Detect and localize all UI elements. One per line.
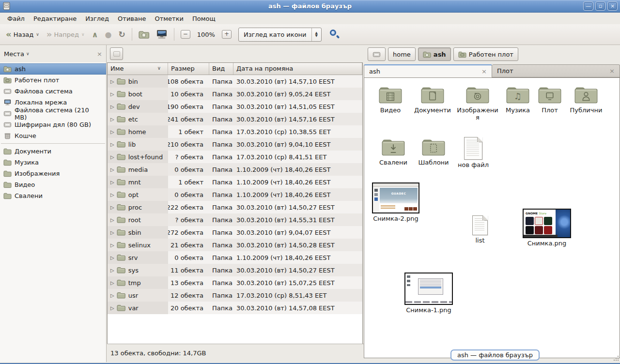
tab-ash[interactable]: ash× (364, 64, 492, 77)
expander-icon[interactable]: ▷ (110, 117, 114, 122)
breadcrumb-home[interactable]: home (388, 47, 416, 61)
icon-item-templates[interactable]: Шаблони (415, 137, 452, 166)
back-dropdown-icon[interactable]: ∨ (35, 32, 40, 37)
expander-icon[interactable]: ▷ (110, 104, 114, 109)
table-row[interactable]: ▷tmp13 обектаПапка30.03.2010 (вт) 15,07,… (108, 276, 362, 289)
resize-grip[interactable] (613, 355, 619, 361)
table-row[interactable]: ▷root? обектаПапка30.03.2010 (вт) 14,55,… (108, 213, 362, 226)
sidebar-item-documents[interactable]: Документи (0, 146, 106, 157)
places-close-button[interactable]: × (97, 50, 102, 58)
icon-item-snimka1[interactable]: Снимка-1.png (401, 273, 456, 314)
expander-icon[interactable]: ▷ (110, 255, 114, 260)
expander-icon[interactable]: ▷ (110, 268, 114, 273)
icon-item-newfile[interactable]: нов файл (454, 137, 492, 168)
menu-item-1[interactable]: Редактиране (29, 14, 81, 23)
location-toggle-button[interactable] (110, 47, 123, 60)
icon-item-downloads[interactable]: Свалени (376, 137, 411, 166)
sidebar-item-filesystem[interactable]: Файлова система (0, 86, 106, 97)
expander-icon[interactable]: ▷ (110, 305, 114, 311)
sidebar-item-downloads[interactable]: Свалени (0, 190, 106, 201)
computer-button[interactable] (153, 27, 170, 42)
expander-icon[interactable]: ▷ (110, 293, 114, 298)
expander-icon[interactable]: ▷ (110, 79, 114, 84)
icon-item-music[interactable]: ♫Музика (502, 85, 534, 114)
table-row[interactable]: ▷proc222 обектаПапка30.03.2010 (вт) 14,5… (108, 201, 362, 213)
expander-icon[interactable]: ▷ (110, 91, 114, 97)
icon-item-plot[interactable]: Плот (536, 85, 564, 114)
icon-item-public[interactable]: Публични (567, 85, 605, 114)
table-row[interactable]: ▷sbin272 обектаПапка30.03.2010 (вт) 9,04… (108, 226, 362, 239)
sidebar-item-images[interactable]: Изображения (0, 168, 106, 179)
go-up-button[interactable]: ∧ (89, 28, 101, 42)
table-row[interactable]: ▷usr12 обектаПапка17.03.2010 (ср) 8,51,4… (108, 289, 362, 302)
expander-icon[interactable]: ▷ (110, 230, 114, 235)
search-button[interactable] (323, 27, 343, 42)
home-button[interactable] (136, 28, 152, 41)
expander-icon[interactable]: ▷ (110, 243, 114, 248)
zoom-out-button[interactable]: − (178, 28, 193, 41)
column-header-date[interactable]: Дата на промяна (233, 63, 362, 75)
menu-item-4[interactable]: Отметки (150, 14, 187, 23)
sidebar-item-video[interactable]: Видео (0, 179, 106, 190)
table-row[interactable]: ▷etc241 обектаПапка30.03.2010 (вт) 14,57… (108, 113, 362, 125)
expander-icon[interactable]: ▷ (110, 129, 114, 135)
menu-item-5[interactable]: Помощ (188, 14, 220, 23)
table-row[interactable]: ▷lost+found? обектаПапка17.03.2010 (ср) … (108, 151, 362, 163)
expander-icon[interactable]: ▷ (110, 192, 114, 197)
icon-item-snimka[interactable]: GNOME StoreСнимка.png (519, 209, 574, 247)
tab-plot[interactable]: Плот× (492, 64, 620, 77)
breadcrumb-root-drive[interactable] (368, 47, 386, 61)
sidebar-item-filesystem-210[interactable]: Файлова система (210 MB) (0, 108, 106, 119)
table-row[interactable]: ▷home1 обектПапка17.03.2010 (ср) 10,38,5… (108, 125, 362, 138)
table-row[interactable]: ▷bin108 обектаПапка30.03.2010 (вт) 14,57… (108, 75, 362, 88)
table-row[interactable]: ▷srv0 обектаПапка1.10.2009 (чт) 18,40,26… (108, 251, 362, 264)
table-row[interactable]: ▷lib210 обектаПапка30.03.2010 (вт) 9,04,… (108, 138, 362, 151)
expander-icon[interactable]: ▷ (110, 167, 114, 172)
forward-button[interactable]: » Напред ∨ (44, 28, 88, 41)
table-row[interactable]: ▷media0 обектаПапка1.10.2009 (чт) 18,40,… (108, 163, 362, 176)
table-row[interactable]: ▷sys11 обектаПапка30.03.2010 (вт) 14,50,… (108, 264, 362, 276)
table-row[interactable]: ▷selinux21 обектаПапка30.03.2010 (вт) 14… (108, 239, 362, 251)
close-button[interactable]: × (607, 1, 618, 11)
icon-item-images[interactable]: Изображения (455, 85, 500, 121)
breadcrumb-desktop[interactable]: Работен плот (453, 47, 518, 61)
breadcrumb-ash[interactable]: ash (418, 47, 451, 61)
places-chevron-icon[interactable]: ∨ (26, 51, 30, 56)
menu-item-3[interactable]: Отиване (113, 14, 150, 23)
table-row[interactable]: ▷dev190 обектаПапка30.03.2010 (вт) 14,51… (108, 100, 362, 113)
row-date: 1.10.2009 (чт) 18,40,26 EEST (233, 188, 362, 201)
view-mode-select[interactable]: Изглед като икони ▲▼ (238, 28, 322, 42)
column-header-name[interactable]: Име∨ (108, 63, 168, 75)
maximize-button[interactable]: ▫ (595, 1, 605, 11)
column-header-type[interactable]: Вид (209, 63, 233, 75)
expander-icon[interactable]: ▷ (110, 280, 114, 286)
expander-icon[interactable]: ▷ (110, 205, 114, 210)
icon-item-video[interactable]: Видео (373, 85, 408, 114)
icon-item-docs[interactable]: Документи (412, 85, 453, 114)
reload-button[interactable]: ↻ (116, 27, 128, 42)
sidebar-item-desktop[interactable]: Работен плот (0, 75, 106, 86)
sidebar-item-music[interactable]: Музика (0, 157, 106, 168)
expander-icon[interactable]: ▷ (110, 154, 114, 160)
expander-icon[interactable]: ▷ (110, 217, 114, 223)
menu-item-2[interactable]: Изглед (81, 14, 113, 23)
icon-item-snimka2[interactable]: GUADECСнимка-2.png (370, 182, 421, 222)
table-row[interactable]: ▷boot10 обектаПапка30.03.2010 (вт) 9,05,… (108, 88, 362, 100)
tab-close-icon[interactable]: × (609, 67, 615, 75)
back-button[interactable]: « Назад ∨ (3, 28, 43, 41)
column-header-size[interactable]: Размер (168, 63, 209, 75)
minimize-button[interactable]: — (583, 1, 593, 11)
table-row[interactable]: ▷opt0 обектаПапка1.10.2009 (чт) 18,40,26… (108, 188, 362, 201)
tab-close-icon[interactable]: × (481, 68, 487, 75)
row-name: dev (128, 103, 140, 110)
zoom-in-button[interactable]: + (219, 28, 234, 41)
sidebar-item-encrypted-80[interactable]: Шифриран дял (80 GB) (0, 119, 106, 130)
table-row[interactable]: ▷mnt1 обектПапка1.10.2009 (чт) 18,40,26 … (108, 176, 362, 188)
sidebar-item-trash[interactable]: Кошче (0, 130, 106, 141)
expander-icon[interactable]: ▷ (110, 142, 114, 147)
sidebar-item-ash[interactable]: ash (0, 63, 106, 75)
menu-item-0[interactable]: Файл (3, 14, 29, 23)
icon-item-list[interactable]: list (463, 215, 497, 244)
expander-icon[interactable]: ▷ (110, 180, 114, 185)
table-row[interactable]: ▷var20 обектаПапка30.03.2010 (вт) 14,57,… (108, 302, 362, 314)
